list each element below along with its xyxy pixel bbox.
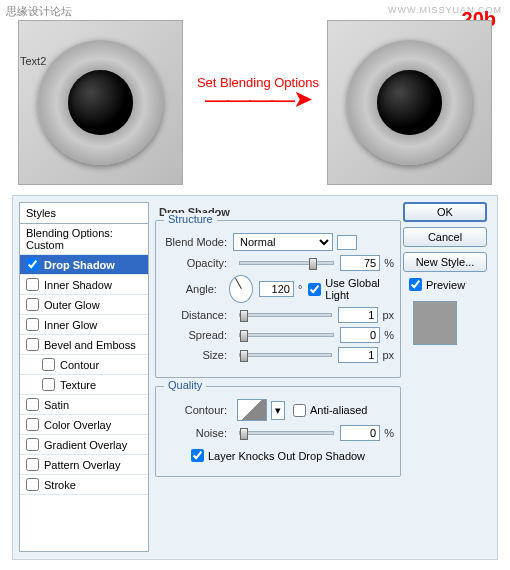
knocks-out-checkbox[interactable]	[191, 449, 204, 462]
opacity-label: Opacity:	[162, 257, 227, 269]
style-checkbox[interactable]	[26, 458, 39, 471]
style-item-pattern-overlay[interactable]: Pattern Overlay	[20, 455, 148, 475]
preview-label: Preview	[426, 279, 465, 291]
style-checkbox[interactable]	[42, 378, 55, 391]
arrow-icon: ――――➤	[188, 94, 328, 104]
style-label: Contour	[60, 359, 99, 371]
new-style-button[interactable]: New Style...	[403, 252, 487, 272]
blend-mode-label: Blend Mode:	[162, 236, 227, 248]
contour-label: Contour:	[162, 404, 227, 416]
spread-slider[interactable]	[239, 333, 334, 337]
quality-legend: Quality	[164, 379, 206, 391]
style-checkbox[interactable]	[26, 298, 39, 311]
style-label: Outer Glow	[44, 299, 100, 311]
global-light-label: Use Global Light	[325, 277, 394, 301]
contour-dropdown-icon[interactable]: ▾	[271, 401, 285, 420]
opacity-value[interactable]: 75	[340, 255, 380, 271]
style-item-contour[interactable]: Contour	[20, 355, 148, 375]
blending-options-row[interactable]: Blending Options: Custom	[20, 224, 148, 255]
style-label: Pattern Overlay	[44, 459, 120, 471]
example-header: 思缘设计论坛 WWW.MISSYUAN.COM 20b Text2 Set Bl…	[0, 0, 510, 190]
distance-label: Distance:	[162, 309, 227, 321]
opacity-slider[interactable]	[239, 261, 334, 265]
anti-aliased-label: Anti-aliased	[310, 404, 367, 416]
color-swatch[interactable]	[337, 235, 357, 250]
style-item-inner-shadow[interactable]: Inner Shadow	[20, 275, 148, 295]
noise-label: Noise:	[162, 427, 227, 439]
distance-value[interactable]: 1	[338, 307, 378, 323]
spread-value[interactable]: 0	[340, 327, 380, 343]
angle-value[interactable]: 120	[259, 281, 294, 297]
cancel-button[interactable]: Cancel	[403, 227, 487, 247]
spread-label: Spread:	[162, 329, 227, 341]
size-slider[interactable]	[239, 353, 332, 357]
noise-value[interactable]: 0	[340, 425, 380, 441]
style-checkbox[interactable]	[26, 338, 39, 351]
style-item-inner-glow[interactable]: Inner Glow	[20, 315, 148, 335]
angle-dial[interactable]	[229, 275, 253, 303]
style-label: Drop Shadow	[44, 259, 115, 271]
style-item-outer-glow[interactable]: Outer Glow	[20, 295, 148, 315]
style-checkbox[interactable]	[26, 278, 39, 291]
structure-legend: Structure	[164, 213, 217, 225]
style-item-bevel-and-emboss[interactable]: Bevel and Emboss	[20, 335, 148, 355]
blend-mode-select[interactable]: Normal	[233, 233, 333, 251]
watermark-text: 思缘设计论坛	[6, 4, 72, 19]
layer-style-dialog: Styles Blending Options: Custom Drop Sha…	[12, 195, 498, 560]
style-checkbox[interactable]	[26, 258, 39, 271]
style-item-drop-shadow[interactable]: Drop Shadow	[20, 255, 148, 275]
preview-after	[327, 20, 492, 185]
structure-fieldset: Structure Blend Mode: Normal Opacity: 75…	[155, 220, 401, 378]
contour-picker[interactable]	[237, 399, 267, 421]
dialog-buttons: OK Cancel New Style... Preview	[403, 202, 491, 345]
style-item-satin[interactable]: Satin	[20, 395, 148, 415]
arrow-annotation: Set Blending Options ――――➤	[188, 75, 328, 104]
style-item-texture[interactable]: Texture	[20, 375, 148, 395]
style-label: Color Overlay	[44, 419, 111, 431]
style-label: Inner Shadow	[44, 279, 112, 291]
style-checkbox[interactable]	[26, 318, 39, 331]
style-item-color-overlay[interactable]: Color Overlay	[20, 415, 148, 435]
global-light-checkbox[interactable]	[308, 283, 321, 296]
style-item-stroke[interactable]: Stroke	[20, 475, 148, 495]
style-label: Inner Glow	[44, 319, 97, 331]
quality-fieldset: Quality Contour: ▾ Anti-aliased Noise: 0…	[155, 386, 401, 477]
style-checkbox[interactable]	[26, 438, 39, 451]
style-label: Texture	[60, 379, 96, 391]
preview-before	[18, 20, 183, 185]
anti-aliased-checkbox[interactable]	[293, 404, 306, 417]
size-value[interactable]: 1	[338, 347, 378, 363]
settings-panel: Drop Shadow Structure Blend Mode: Normal…	[155, 202, 401, 485]
styles-header[interactable]: Styles	[20, 203, 148, 224]
style-checkbox[interactable]	[26, 478, 39, 491]
preview-checkbox[interactable]	[409, 278, 422, 291]
noise-slider[interactable]	[239, 431, 334, 435]
style-label: Stroke	[44, 479, 76, 491]
style-item-gradient-overlay[interactable]: Gradient Overlay	[20, 435, 148, 455]
styles-list: Styles Blending Options: Custom Drop Sha…	[19, 202, 149, 552]
distance-slider[interactable]	[239, 313, 332, 317]
style-label: Bevel and Emboss	[44, 339, 136, 351]
layer-name: Text2	[20, 55, 46, 67]
knocks-out-label: Layer Knocks Out Drop Shadow	[208, 450, 365, 462]
style-checkbox[interactable]	[42, 358, 55, 371]
style-checkbox[interactable]	[26, 418, 39, 431]
size-label: Size:	[162, 349, 227, 361]
preview-swatch	[413, 301, 457, 345]
angle-label: Angle:	[162, 283, 217, 295]
style-label: Gradient Overlay	[44, 439, 127, 451]
style-label: Satin	[44, 399, 69, 411]
style-checkbox[interactable]	[26, 398, 39, 411]
ok-button[interactable]: OK	[403, 202, 487, 222]
